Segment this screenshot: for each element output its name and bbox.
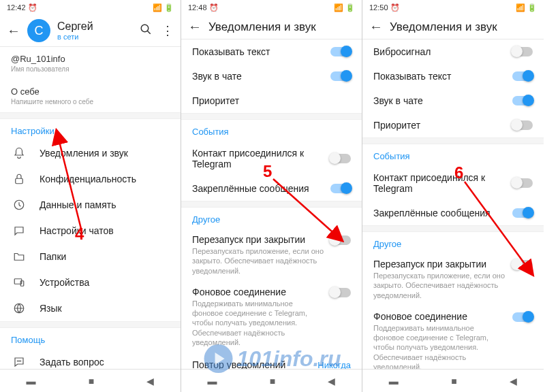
toggle-contact-joined[interactable] [330,154,351,163]
setting-label: Фоновое соединение [192,287,351,297]
toggle-restart[interactable] [512,260,533,270]
nav-back-icon[interactable]: ◀ [510,376,517,387]
svg-rect-5 [20,281,24,287]
watermark-text: 101info.ru [237,346,341,372]
about[interactable]: О себе [11,86,170,97]
setting-background[interactable]: Фоновое соединение Поддерживать минималь… [362,306,544,369]
username[interactable]: @Ru_101info [11,54,170,64]
search-icon[interactable] [140,23,152,39]
chat-icon [11,225,27,237]
setting-label: Перезапуск при закрытии [373,259,533,270]
setting-background[interactable]: Фоновое соединение Поддерживать минималь… [181,281,362,353]
toggle-show-text[interactable] [512,71,533,81]
profile-name: Сергей [57,20,140,33]
nav-back-icon[interactable]: ◀ [146,376,154,387]
nav-home-icon[interactable]: ■ [270,376,275,387]
signal-icon: 📶 [516,3,525,12]
toggle-show-text[interactable] [330,47,351,56]
username-label: Имя пользователя [11,65,170,73]
lock-icon [11,173,27,185]
toggle-contact-joined[interactable] [512,178,533,188]
divider [362,137,544,144]
setting-label: Вибросигнал [373,46,431,57]
toggle-vibro[interactable] [512,47,533,56]
section-other: Другое [362,232,544,253]
toggle-background[interactable] [330,288,351,297]
svg-line-1 [147,31,151,34]
nav-recent-icon[interactable]: ▬ [27,376,36,387]
watermark: 101info.ru [204,344,341,373]
menu-label: Настройки чатов [40,225,114,236]
toggle-priority[interactable] [512,120,533,130]
divider [181,113,362,120]
alarm-icon: ⏰ [28,3,37,12]
menu-devices[interactable]: Устройства [0,270,181,295]
nav-home-icon[interactable]: ■ [451,376,456,387]
divider [0,112,181,119]
setting-label: Контакт присоединился к Telegram [373,172,512,194]
setting-vibro[interactable]: Вибросигнал [362,39,544,64]
clock: 12:50 [369,3,388,12]
nav-recent-icon[interactable]: ▬ [389,376,399,387]
menu-language[interactable]: Язык [0,295,181,321]
menu-chats[interactable]: Настройки чатов [0,218,181,244]
nav-back-icon[interactable]: ◀ [328,376,335,387]
setting-show-text[interactable]: Показывать текст [181,39,362,64]
clock: 12:42 [7,3,26,12]
back-arrow-icon[interactable]: ← [7,23,20,39]
setting-contact-joined[interactable]: Контакт присоединился к Telegram [181,141,362,176]
setting-label: Звук в чате [373,95,423,106]
more-icon[interactable]: ⋮ [161,23,174,38]
content-scroll[interactable]: @Ru_101info Имя пользователя О себе Напи… [0,47,181,369]
content-scroll[interactable]: Вибросигнал Показывать текст Звук в чате… [362,39,544,369]
back-arrow-icon[interactable]: ← [369,19,383,35]
toggle-restart[interactable] [330,235,351,245]
battery-icon: 🔋 [527,3,537,12]
phone-panel-3: 12:50⏰ 📶🔋 ← Уведомления и звук Вибросигн… [362,0,544,392]
menu-notifications[interactable]: Уведомления и звук [0,140,181,166]
setting-label: Показывать текст [192,46,270,57]
setting-chat-sound[interactable]: Звук в чате [362,88,544,113]
setting-pinned[interactable]: Закреплённые сообщения [181,176,362,201]
setting-label: Приоритет [192,95,239,106]
settings-header: ← Уведомления и звук [362,15,544,39]
globe-icon [11,302,27,314]
setting-priority[interactable]: Приоритет [362,113,544,137]
page-title: Уведомления и звук [208,20,355,34]
setting-label: Контакт присоединился к Telegram [192,148,330,169]
settings-header: ← Уведомления и звук [181,15,362,39]
setting-show-text[interactable]: Показывать текст [362,64,544,88]
nav-home-icon[interactable]: ■ [89,376,94,387]
toggle-chat-sound[interactable] [512,96,533,105]
status-bar: 12:42⏰ 📶🔋 [0,0,181,15]
nav-recent-icon[interactable]: ▬ [208,376,217,387]
setting-chat-sound[interactable]: Звук в чате [181,64,362,88]
setting-restart[interactable]: Перезапуск при закрытии Перезапускать пр… [362,253,544,306]
toggle-pinned[interactable] [512,208,533,218]
menu-data[interactable]: Данные и память [0,192,181,218]
setting-sub: Поддерживать минимальное фоновое соедине… [192,299,351,347]
profile-header: ← С Сергей в сети ⋮ [0,15,181,47]
toggle-chat-sound[interactable] [330,71,351,81]
menu-privacy[interactable]: Конфиденциальность [0,166,181,192]
content-scroll[interactable]: Показывать текст Звук в чате Приоритет С… [181,39,362,369]
setting-restart[interactable]: Перезапуск при закрытии Перезапускать пр… [181,229,362,281]
back-arrow-icon[interactable]: ← [188,19,202,35]
svg-point-8 [19,361,20,361]
menu-label: Конфиденциальность [40,174,136,184]
about-hint: Напишите немного о себе [11,98,170,105]
menu-label: Язык [40,303,62,314]
setting-contact-joined[interactable]: Контакт присоединился к Telegram [362,165,544,201]
status-bar: 12:48⏰ 📶🔋 [181,0,362,15]
svg-point-7 [17,361,18,361]
menu-folders[interactable]: Папки [0,244,181,270]
setting-label: Звук в чате [192,71,242,82]
avatar[interactable]: С [27,19,50,42]
setting-priority[interactable]: Приоритет [181,88,362,113]
toggle-background[interactable] [512,312,533,322]
setting-label: Закреплённые сообщения [192,183,309,194]
setting-pinned[interactable]: Закреплённые сообщения [362,201,544,225]
toggle-pinned[interactable] [330,184,351,193]
menu-ask[interactable]: Задать вопрос [0,349,181,369]
bell-icon [11,147,27,159]
